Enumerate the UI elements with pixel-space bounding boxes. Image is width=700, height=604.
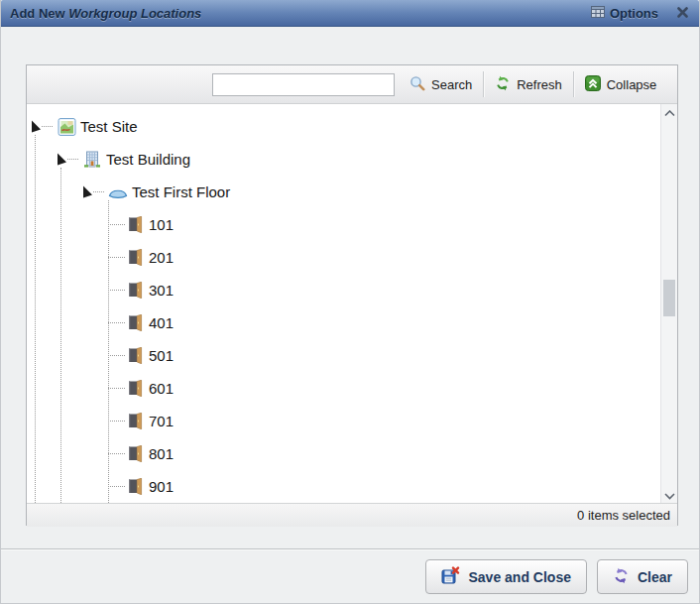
scroll-down-button[interactable] [661,487,677,503]
tree-node[interactable]: 301 [27,274,660,306]
chevron-down-icon [664,486,675,503]
tree-elbow-connector [108,421,125,422]
tree-node-label: 801 [149,445,174,462]
door-icon [125,445,145,462]
green-double-chevron-up-icon [585,75,601,94]
dialog-title-emphasis: Workgroup Locations [68,6,201,21]
expander-collapse-icon[interactable] [57,153,82,166]
chevron-up-icon [664,104,675,121]
tree-elbow-connector [108,322,125,323]
add-workgroup-locations-dialog: Add New Workgroup Locations Options Sear… [0,0,700,604]
options-button[interactable]: Options [591,6,658,21]
tree-node-label: 301 [149,282,174,299]
save-and-close-button[interactable]: Save and Close [425,559,587,594]
door-icon [125,314,145,331]
door-icon [125,380,145,397]
scrollbar-thumb[interactable] [663,280,675,316]
tree-node[interactable]: 201 [27,241,660,274]
tree-toolbar: Search Refresh Collapse [27,65,677,104]
tree-node-label: 101 [149,216,174,233]
tree-node-label: 901 [149,478,174,495]
search-button-label: Search [431,77,472,92]
footer-divider [1,548,699,549]
status-bar: 0 items selected [27,503,677,527]
tree-elbow-connector [108,257,125,258]
save-and-close-button-label: Save and Close [468,569,571,585]
tree-elbow-connector [108,290,125,291]
locations-panel: Search Refresh Collapse Test SiteTest Bu… [26,64,678,526]
floppy-disk-red-x-icon [441,566,460,587]
scroll-up-button[interactable] [661,104,677,120]
vertical-scrollbar[interactable] [660,104,677,503]
door-icon [125,216,145,233]
collapse-button[interactable]: Collapse [576,70,666,99]
tree-node-label: 501 [149,347,174,364]
tree-node-label: 701 [149,413,174,429]
door-icon [125,347,145,364]
tree-elbow-connector [108,224,125,225]
door-icon [125,249,145,266]
clear-button-label: Clear [638,569,672,585]
tree-node[interactable]: Test Building [27,143,660,176]
search-input[interactable] [212,73,395,96]
tree-node-label: Test Site [80,118,138,135]
x-mark-icon [677,4,688,22]
tree-elbow-connector [108,355,125,356]
expander-collapse-icon[interactable] [31,120,57,133]
tree-node[interactable]: 601 [27,372,660,405]
tree-node-label: Test First Floor [132,183,230,200]
site-map-icon [57,118,76,136]
tree-elbow-connector [108,453,125,454]
dialog-footer: Save and Close Clear [425,559,688,594]
expander-collapse-icon[interactable] [82,185,108,198]
door-icon [125,478,145,495]
tree-elbow-connector [108,388,125,389]
toolbar-separator [483,71,484,97]
search-button[interactable]: Search [401,70,481,99]
building-icon [82,151,102,169]
locations-tree-view: Test SiteTest BuildingTest First Floor10… [27,104,677,503]
purple-circular-arrows-icon [613,567,630,587]
tree-node[interactable]: 801 [27,437,660,470]
dialog-title-prefix: Add New [10,6,65,21]
table-grid-icon [591,6,605,21]
dialog-titlebar: Add New Workgroup Locations Options [1,0,699,27]
collapse-button-label: Collapse [607,77,657,92]
tree-node[interactable]: 901 [27,470,660,503]
tree-elbow-connector [108,486,125,487]
door-icon [125,413,145,429]
close-button[interactable] [674,5,690,21]
tree-node[interactable]: 501 [27,339,660,372]
floor-icon [108,184,128,199]
scrollbar-track[interactable] [661,120,677,487]
magnifier-icon [409,75,425,94]
tree-node-label: 201 [149,249,174,266]
dialog-title: Add New Workgroup Locations [10,6,201,21]
tree-node[interactable]: 701 [27,405,660,437]
tree-node[interactable]: Test First Floor [27,176,660,208]
options-button-label: Options [610,6,658,21]
tree-node-label: Test Building [106,151,190,168]
toolbar-separator [573,71,574,97]
clear-button[interactable]: Clear [597,559,688,594]
door-icon [125,282,145,299]
tree-node-label: 401 [149,314,174,331]
tree-node-label: 601 [149,380,174,397]
tree-node[interactable]: 101 [27,208,660,241]
tree-node[interactable]: 401 [27,306,660,339]
refresh-button[interactable]: Refresh [486,70,571,99]
refresh-button-label: Refresh [517,77,562,92]
selection-count-text: 0 items selected [577,508,670,523]
tree-node[interactable]: Test Site [27,110,660,143]
green-circular-arrows-icon [495,75,511,94]
tree: Test SiteTest BuildingTest First Floor10… [27,104,660,503]
